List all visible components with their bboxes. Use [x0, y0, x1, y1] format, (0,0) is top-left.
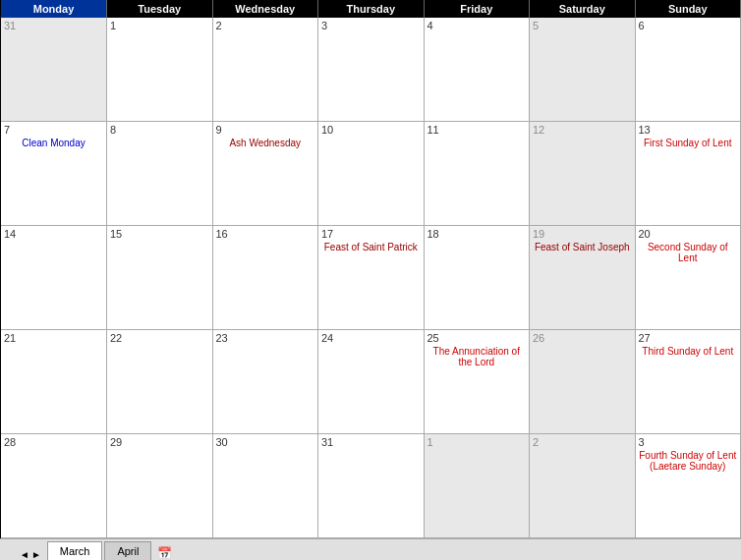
day-number: 23	[216, 332, 315, 344]
day-cell[interactable]: 29	[107, 434, 213, 537]
day-cell[interactable]: 6	[636, 18, 742, 121]
week-row-3: 2122232425The Annunciation of the Lord26…	[1, 330, 741, 434]
day-cell[interactable]: 3	[318, 18, 425, 121]
calendar-event[interactable]: Second Sunday of Lent	[639, 242, 738, 263]
tab-april[interactable]: April	[104, 541, 151, 560]
calendar-event[interactable]: The Annunciation of the Lord	[428, 346, 527, 367]
week-row-2: 14151617Feast of Saint Patrick1819Feast …	[1, 226, 741, 330]
day-cell[interactable]: 12	[530, 122, 636, 225]
tab-march[interactable]: March	[47, 541, 103, 560]
day-number: 4	[428, 20, 527, 31]
day-cell[interactable]: 18	[425, 226, 531, 329]
day-cell[interactable]: 8	[107, 122, 213, 225]
day-cell[interactable]: 5	[530, 18, 636, 121]
day-number: 2	[216, 20, 315, 31]
day-cell[interactable]: 15	[107, 226, 213, 329]
day-cell[interactable]: 13First Sunday of Lent	[636, 122, 742, 225]
day-number: 14	[4, 228, 103, 240]
day-cell[interactable]: 17Feast of Saint Patrick	[318, 226, 425, 329]
calendar-event[interactable]: Feast of Saint Joseph	[533, 242, 632, 252]
day-cell[interactable]: 24	[318, 330, 425, 433]
day-number: 25	[428, 332, 527, 344]
day-number: 26	[533, 332, 632, 344]
day-cell[interactable]: 4	[425, 18, 531, 121]
day-number: 31	[321, 436, 421, 448]
day-cell[interactable]: 31	[1, 18, 107, 121]
day-cell[interactable]: 9Ash Wednesday	[213, 122, 319, 225]
day-number: 15	[110, 228, 209, 240]
calendar-event[interactable]: First Sunday of Lent	[639, 138, 738, 148]
day-cell[interactable]: 27Third Sunday of Lent	[636, 330, 742, 433]
calendar-event[interactable]: Clean Monday	[4, 138, 103, 148]
day-cell[interactable]: 21	[1, 330, 107, 433]
header-day-monday: Monday	[1, 0, 107, 18]
day-cell[interactable]: 22	[107, 330, 213, 433]
day-cell[interactable]: 14	[1, 226, 107, 329]
day-cell[interactable]: 7Clean Monday	[1, 122, 107, 225]
day-number: 8	[110, 124, 209, 136]
day-cell[interactable]: 30	[213, 434, 319, 537]
day-cell[interactable]: 31	[318, 434, 425, 537]
calendar-event[interactable]: Fourth Sunday of Lent (Laetare Sunday)	[639, 450, 738, 472]
calendar-event[interactable]: Feast of Saint Patrick	[321, 242, 421, 252]
day-number: 19	[533, 228, 632, 240]
day-cell[interactable]: 20Second Sunday of Lent	[636, 226, 742, 329]
day-cell[interactable]: 1	[107, 18, 213, 121]
day-cell[interactable]: 10	[318, 122, 425, 225]
calendar-wrapper: MondayTuesdayWednesdayThursdayFridaySatu…	[0, 0, 741, 560]
prev-month-button[interactable]: ◄	[20, 549, 29, 560]
day-number: 18	[428, 228, 527, 240]
day-number: 12	[533, 124, 632, 136]
day-number: 1	[110, 20, 209, 31]
day-number: 10	[321, 124, 421, 136]
day-number: 20	[639, 228, 738, 240]
day-number: 6	[639, 20, 738, 31]
weeks-container: 311234567Clean Monday89Ash Wednesday1011…	[1, 18, 741, 538]
calendar-event[interactable]: Ash Wednesday	[216, 138, 315, 148]
day-number: 3	[321, 20, 421, 31]
header-day-friday: Friday	[425, 0, 531, 18]
header-day-tuesday: Tuesday	[107, 0, 213, 18]
day-number: 29	[110, 436, 209, 448]
day-cell[interactable]: 2	[213, 18, 319, 121]
day-number: 7	[4, 124, 103, 136]
day-number: 31	[4, 20, 103, 31]
day-number: 28	[4, 436, 103, 448]
day-cell[interactable]: 2	[530, 434, 636, 537]
day-number: 5	[533, 20, 632, 31]
day-cell[interactable]: 16	[213, 226, 319, 329]
calendar-icon[interactable]: 📅	[157, 546, 172, 560]
header-day-thursday: Thursday	[318, 0, 425, 18]
calendar-event[interactable]: Third Sunday of Lent	[639, 346, 738, 357]
next-month-button[interactable]: ►	[31, 549, 41, 560]
day-cell[interactable]: 19Feast of Saint Joseph	[530, 226, 636, 329]
day-cell[interactable]: 3Fourth Sunday of Lent (Laetare Sunday)	[636, 434, 742, 537]
day-cell[interactable]: 1	[425, 434, 531, 537]
week-row-4: 28293031123Fourth Sunday of Lent (Laetar…	[1, 434, 741, 538]
day-number: 11	[428, 124, 527, 136]
day-cell[interactable]: 28	[1, 434, 107, 537]
day-number: 2	[533, 436, 632, 448]
day-number: 1	[428, 436, 527, 448]
header-day-saturday: Saturday	[530, 0, 636, 18]
day-cell[interactable]: 23	[213, 330, 319, 433]
day-number: 17	[321, 228, 421, 240]
day-number: 3	[639, 436, 738, 448]
header-day-wednesday: Wednesday	[213, 0, 319, 18]
day-number: 9	[216, 124, 315, 136]
tab-bar: ◄►MarchApril📅	[0, 538, 741, 560]
week-row-1: 7Clean Monday89Ash Wednesday10111213Firs…	[1, 122, 741, 226]
day-cell[interactable]: 25The Annunciation of the Lord	[425, 330, 531, 433]
day-number: 21	[4, 332, 103, 344]
day-number: 22	[110, 332, 209, 344]
day-cell[interactable]: 26	[530, 330, 636, 433]
day-number: 16	[216, 228, 315, 240]
day-cell[interactable]: 11	[425, 122, 531, 225]
header-row: MondayTuesdayWednesdayThursdayFridaySatu…	[1, 0, 741, 18]
day-number: 13	[639, 124, 738, 136]
week-row-0: 31123456	[1, 18, 741, 122]
day-number: 27	[639, 332, 738, 344]
day-number: 30	[216, 436, 315, 448]
day-number: 24	[321, 332, 421, 344]
header-day-sunday: Sunday	[636, 0, 742, 18]
